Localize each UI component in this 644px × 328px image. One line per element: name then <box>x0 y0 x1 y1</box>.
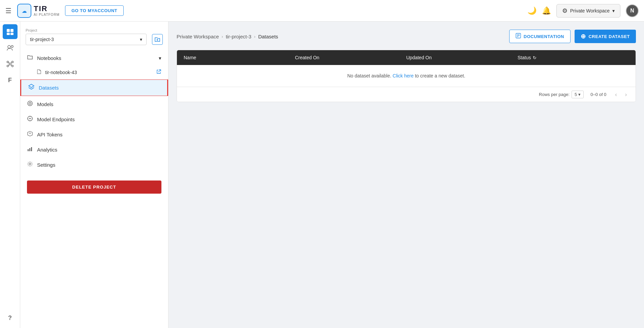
project-name: tir-project-3 <box>30 37 54 42</box>
svg-line-13 <box>8 62 9 64</box>
project-dropdown[interactable]: tir-project-3 ▾ <box>26 34 147 45</box>
sidebar-icon-projects[interactable] <box>3 24 18 39</box>
workspace-selector-button[interactable]: ⚙ Private Workspace ▾ <box>556 4 620 18</box>
svg-line-14 <box>11 62 12 64</box>
nav-item-notebooks[interactable]: Notebooks ▾ <box>20 51 168 66</box>
create-icon: ⊕ <box>581 33 586 40</box>
external-link-icon <box>156 69 161 75</box>
documentation-label: DOCUMENTATION <box>524 34 564 39</box>
rows-select-dropdown[interactable]: 5 ▾ <box>572 91 584 98</box>
header-left: ☰ ☁ TIR AI PLATFORM GO TO MYACCOUNT <box>5 3 124 18</box>
rows-per-page-label: Rows per page: <box>539 92 570 97</box>
status-refresh-icon[interactable]: ↻ <box>533 55 536 60</box>
analytics-icon <box>27 146 33 154</box>
nav-item-analytics[interactable]: Analytics <box>20 142 168 157</box>
project-dropdown-row: tir-project-3 <box>30 37 54 42</box>
workspace-selector-label: Private Workspace <box>570 8 610 13</box>
avatar[interactable]: N <box>626 4 639 17</box>
col-updated-on: Updated On <box>406 55 518 60</box>
svg-rect-2 <box>7 29 10 32</box>
nav-item-api-tokens[interactable]: API Tokens <box>20 127 168 142</box>
rows-chevron-icon: ▾ <box>578 92 581 97</box>
settings-label: Settings <box>37 162 55 168</box>
sidebar-icon-font[interactable]: F <box>3 73 18 88</box>
create-dataset-label: CREATE DATASET <box>588 34 630 39</box>
empty-message-suffix: to create a new dataset. <box>413 73 465 78</box>
main-content: Private Workspace › tir-project-3 › Data… <box>168 22 644 328</box>
model-endpoints-label: Model Endpoints <box>37 117 75 122</box>
models-label: Models <box>37 101 53 107</box>
api-tokens-label: API Tokens <box>37 132 63 137</box>
datasets-icon <box>28 84 35 92</box>
svg-rect-5 <box>10 33 13 35</box>
svg-rect-34 <box>31 147 32 151</box>
nav-item-model-endpoints[interactable]: Model Endpoints <box>20 112 168 127</box>
api-tokens-icon <box>27 131 33 138</box>
col-status: Status ↻ <box>518 55 629 60</box>
svg-rect-4 <box>7 33 10 35</box>
dark-mode-icon[interactable]: 🌙 <box>527 6 536 15</box>
header-actions: DOCUMENTATION ⊕ CREATE DATASET <box>509 30 636 43</box>
logo-text: TIR AI PLATFORM <box>34 5 60 17</box>
project-selector: Project tir-project-3 ▾ <box>20 27 168 51</box>
documentation-icon <box>516 33 521 40</box>
create-dataset-button[interactable]: ⊕ CREATE DATASET <box>575 30 636 43</box>
svg-rect-3 <box>10 29 13 32</box>
go-myaccount-button[interactable]: GO TO MYACCOUNT <box>65 5 124 16</box>
header-right: 🌙 🔔 ⚙ Private Workspace ▾ N <box>527 4 639 18</box>
nav-item-settings[interactable]: Settings <box>20 157 168 172</box>
rows-value: 5 <box>575 92 577 97</box>
icon-sidebar: F ? <box>0 22 20 328</box>
project-label: Project <box>26 28 163 32</box>
sidebar-icon-users[interactable] <box>3 40 18 55</box>
nav-item-datasets[interactable]: Datasets <box>20 79 168 96</box>
svg-line-19 <box>158 70 161 72</box>
svg-text:☁: ☁ <box>22 8 27 14</box>
notebooks-label: Notebooks <box>37 55 61 61</box>
folder-add-button[interactable] <box>152 34 163 45</box>
svg-marker-20 <box>29 84 34 88</box>
next-page-button[interactable]: › <box>623 91 629 98</box>
pagination-info: 0–0 of 0 <box>590 92 606 97</box>
table-body: No dataset available. Click here to crea… <box>177 65 636 102</box>
workspace-selector-icon: ⚙ <box>562 7 568 14</box>
rows-per-page: Rows per page: 5 ▾ <box>539 91 584 98</box>
prev-page-button[interactable]: ‹ <box>613 91 619 98</box>
model-endpoints-icon <box>27 116 33 123</box>
documentation-button[interactable]: DOCUMENTATION <box>509 30 571 43</box>
table-empty-state: No dataset available. Click here to crea… <box>177 65 636 87</box>
sidebar-icon-network[interactable] <box>3 57 18 71</box>
workspace-chevron-icon: ▾ <box>612 8 615 13</box>
settings-icon <box>27 161 33 169</box>
breadcrumb: Private Workspace › tir-project-3 › Data… <box>177 34 278 39</box>
top-header: ☰ ☁ TIR AI PLATFORM GO TO MYACCOUNT 🌙 🔔 … <box>0 0 644 22</box>
notebook-file-icon <box>36 69 42 75</box>
delete-project-button[interactable]: DELETE PROJECT <box>27 181 161 194</box>
svg-point-24 <box>29 118 31 119</box>
table-footer: Rows per page: 5 ▾ 0–0 of 0 ‹ › <box>177 87 636 102</box>
svg-point-35 <box>29 163 31 165</box>
svg-point-22 <box>29 102 31 104</box>
breadcrumb-project[interactable]: tir-project-3 <box>226 34 251 39</box>
logo-icon: ☁ <box>17 3 32 18</box>
svg-point-7 <box>11 45 13 47</box>
breadcrumb-sep-1: › <box>222 34 223 39</box>
main-layout: F ? Project tir-project-3 ▾ <box>0 22 644 328</box>
breadcrumb-workspace[interactable]: Private Workspace <box>177 34 219 39</box>
click-here-link[interactable]: Click here <box>393 73 413 78</box>
dropdown-chevron-icon: ▾ <box>140 37 142 42</box>
hamburger-icon[interactable]: ☰ <box>5 7 11 15</box>
breadcrumb-sep-2: › <box>254 34 255 39</box>
notifications-icon[interactable]: 🔔 <box>542 6 551 15</box>
sidebar-icon-help[interactable]: ? <box>3 310 18 325</box>
svg-line-16 <box>11 65 12 66</box>
breadcrumb-row: Private Workspace › tir-project-3 › Data… <box>177 30 636 43</box>
nav-sub-item-notebook[interactable]: tir-notebook-43 <box>20 66 168 79</box>
col-name: Name <box>184 55 295 60</box>
col-created-on: Created On <box>295 55 406 60</box>
datasets-table: Name Created On Updated On Status ↻ No d… <box>177 50 636 102</box>
analytics-label: Analytics <box>37 147 57 153</box>
empty-message-prefix: No dataset available. <box>347 73 393 78</box>
nav-item-models[interactable]: Models <box>20 97 168 112</box>
svg-rect-33 <box>29 148 30 151</box>
